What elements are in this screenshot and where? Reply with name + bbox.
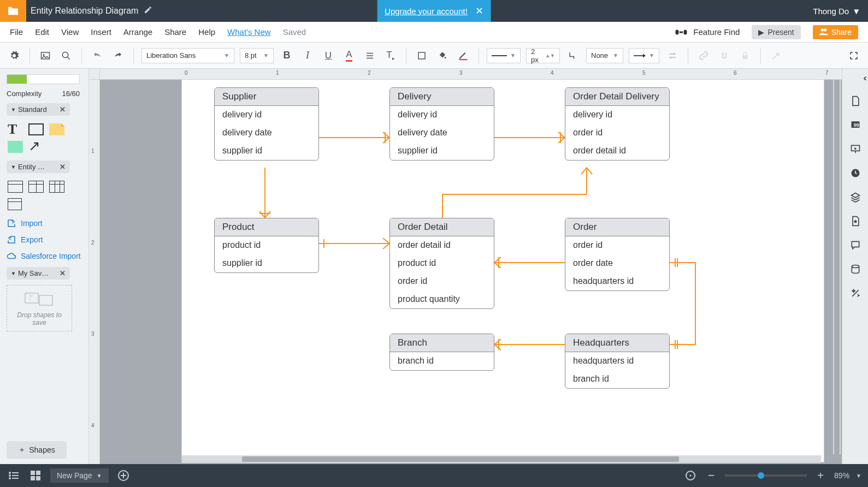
underline-icon[interactable]: U	[321, 48, 336, 63]
shapes-button[interactable]: ＋Shapes	[7, 441, 67, 459]
line-start-select[interactable]: None▼	[586, 48, 623, 63]
binoculars-icon	[675, 27, 688, 37]
edit-title-icon[interactable]	[144, 5, 152, 16]
zoom-out-icon[interactable]: −	[704, 468, 718, 483]
link-icon[interactable]	[696, 48, 711, 63]
font-family-select[interactable]: Liberation Sans▼	[141, 48, 234, 63]
complexity-text: Complexity16/60	[7, 90, 80, 98]
vertical-scrollbar[interactable]	[833, 80, 841, 454]
entity-order-detail[interactable]: Order Detail order detail id product id …	[389, 218, 494, 309]
dock-present-icon[interactable]	[849, 143, 861, 155]
dock-chat-icon[interactable]	[849, 239, 861, 251]
folder-icon[interactable]	[0, 0, 26, 22]
rect-shape[interactable]	[28, 123, 44, 135]
present-button[interactable]: ▶ Present	[752, 25, 800, 39]
settings-gear-icon[interactable]	[7, 48, 22, 63]
group-entity[interactable]: ▼Entity …✕	[7, 161, 70, 173]
menu-insert[interactable]: Insert	[91, 27, 111, 37]
diagram-page[interactable]: Supplier delivery id delivery date suppl…	[182, 80, 824, 462]
menu-whats-new[interactable]: What's New	[227, 27, 271, 37]
fill-color-icon[interactable]	[435, 48, 450, 63]
magnet-icon[interactable]	[717, 48, 732, 63]
text-options-icon[interactable]: T▸	[383, 48, 398, 63]
entity-supplier[interactable]: Supplier delivery id delivery date suppl…	[214, 87, 319, 161]
entity-shape-2[interactable]	[28, 181, 44, 193]
close-icon[interactable]: ✕	[60, 269, 66, 277]
text-shape[interactable]: T	[8, 123, 23, 135]
add-page-icon[interactable]	[116, 468, 131, 483]
entity-shape-1[interactable]	[8, 181, 23, 193]
drop-area[interactable]: T Drop shapes to save	[7, 285, 72, 331]
entity-shape-3[interactable]	[49, 181, 64, 193]
entity-branch[interactable]: Branch branch id	[389, 334, 494, 371]
zoom-slider[interactable]	[725, 474, 807, 477]
standard-shapes: T ↗	[7, 121, 82, 155]
group-standard[interactable]: ▼Standard✕	[7, 103, 70, 116]
line-pattern-select[interactable]: ▼	[487, 48, 521, 63]
grid-view-icon[interactable]	[28, 468, 43, 483]
menu-edit[interactable]: Edit	[35, 27, 49, 37]
shape-style-icon[interactable]	[414, 48, 429, 63]
search-icon[interactable]	[58, 48, 74, 63]
dock-data-icon[interactable]	[849, 263, 861, 275]
group-saved[interactable]: ▼My Sav…✕	[7, 267, 70, 280]
note-shape[interactable]	[49, 123, 64, 135]
dock-layers-icon[interactable]	[849, 191, 861, 203]
swap-arrows-icon[interactable]	[665, 48, 680, 63]
menu-share[interactable]: Share	[164, 27, 186, 37]
canvas[interactable]: 0 1 2 3 4 5 6 7 1 2 3 4	[89, 69, 842, 464]
align-icon[interactable]	[362, 48, 377, 63]
user-menu[interactable]: Thong Do ▼	[813, 7, 860, 16]
entity-shape-4[interactable]	[8, 198, 22, 210]
menu-file[interactable]: File	[10, 27, 23, 37]
menu-view[interactable]: View	[61, 27, 79, 37]
upgrade-link[interactable]: Upgrade your account!	[385, 7, 468, 16]
new-page-tab[interactable]: New Page▼	[50, 468, 109, 483]
svg-rect-12	[39, 295, 52, 305]
close-icon[interactable]: ✕	[60, 105, 66, 114]
text-color-icon[interactable]: A	[341, 48, 357, 63]
fullscreen-icon[interactable]	[846, 48, 861, 63]
lock-icon[interactable]	[737, 48, 753, 63]
import-link[interactable]: Import	[7, 218, 82, 229]
dock-page-icon[interactable]	[849, 95, 861, 107]
line-route-icon[interactable]	[565, 48, 581, 63]
undo-icon[interactable]	[90, 48, 105, 63]
dock-master-icon[interactable]	[849, 215, 861, 227]
horizontal-scrollbar[interactable]	[182, 455, 821, 463]
feature-find[interactable]: Feature Find	[675, 27, 740, 37]
wrench-icon[interactable]	[769, 48, 784, 63]
upgrade-close-icon[interactable]: ✕	[475, 5, 483, 17]
zoom-value[interactable]: 89%	[834, 471, 849, 480]
arrow-shape[interactable]: ↗	[28, 141, 44, 153]
block-shape[interactable]	[8, 141, 23, 153]
dock-magic-icon[interactable]	[849, 287, 861, 299]
line-end-select[interactable]: ▼	[629, 48, 659, 63]
redo-icon[interactable]	[110, 48, 126, 63]
close-icon[interactable]: ✕	[60, 163, 66, 171]
line-width-select[interactable]: 2 px▲▼	[526, 48, 560, 63]
entity-product[interactable]: Product product id supplier id	[214, 218, 319, 273]
salesforce-link[interactable]: Salesforce Import	[7, 251, 82, 262]
border-color-icon[interactable]	[456, 48, 471, 63]
menu-help[interactable]: Help	[198, 27, 215, 37]
dock-comment-icon[interactable]: 99	[849, 119, 861, 131]
zoom-target-icon[interactable]	[683, 468, 698, 483]
outline-view-icon[interactable]	[7, 468, 21, 483]
image-icon[interactable]	[38, 48, 53, 63]
entity-headquarters[interactable]: Headquarters headquarters id branch id	[565, 334, 670, 389]
italic-icon[interactable]: I	[300, 48, 315, 63]
entity-delivery[interactable]: Delivery delivery id delivery date suppl…	[389, 87, 494, 161]
dock-history-icon[interactable]	[849, 167, 861, 179]
entity-order-detail-delivery[interactable]: Order Detail Delivery delivery id order …	[565, 87, 670, 161]
font-size-select[interactable]: 8 pt▼	[240, 48, 274, 63]
menu-arrange[interactable]: Arrange	[123, 27, 152, 37]
entity-order[interactable]: Order order id order date headquarters i…	[565, 218, 670, 291]
svg-point-26	[9, 472, 11, 474]
share-button[interactable]: Share	[813, 25, 858, 39]
collapse-dock-icon[interactable]: ‹‹	[863, 73, 865, 83]
zoom-in-icon[interactable]: +	[813, 468, 828, 483]
export-link[interactable]: Export	[7, 234, 82, 245]
bold-icon[interactable]: B	[279, 48, 294, 63]
document-title[interactable]: Entity Relationship Diagram	[31, 6, 138, 16]
